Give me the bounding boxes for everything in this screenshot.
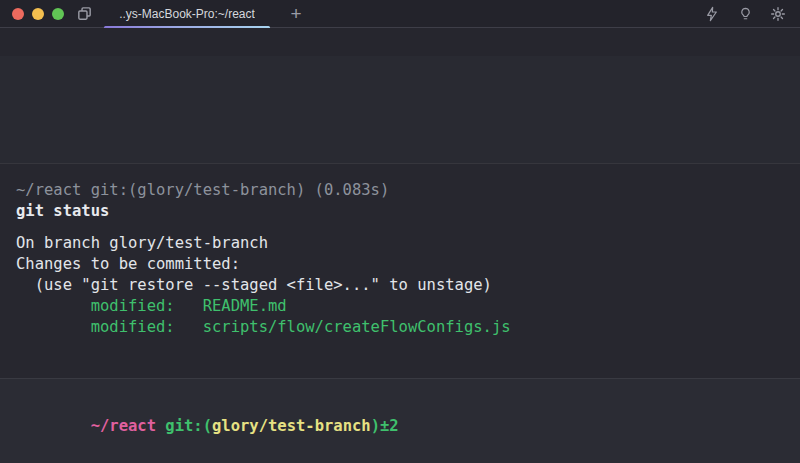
window-controls bbox=[12, 8, 64, 20]
output-line-modified-file: modified: scripts/flow/createFlowConfigs… bbox=[16, 317, 800, 338]
scrollback-block-empty-1 bbox=[0, 28, 800, 56]
shell-prompt: ~/react git:(glory/test-branch)±2 bbox=[16, 395, 800, 458]
terminal-body: ~/react git:(glory/test-branch) (0.083s)… bbox=[0, 28, 800, 463]
lightbulb-icon[interactable] bbox=[733, 2, 757, 26]
output-line: (use "git restore --staged <file>..." to… bbox=[16, 275, 800, 296]
gear-icon[interactable] bbox=[766, 2, 790, 26]
minimize-window-button[interactable] bbox=[32, 8, 44, 20]
block-prompt-summary: ~/react git:(glory/test-branch) (0.083s) bbox=[16, 180, 800, 201]
tab-active[interactable]: ..ys-MacBook-Pro:~/react bbox=[104, 0, 270, 28]
new-tab-button[interactable]: + bbox=[284, 2, 308, 26]
prompt-git-prefix: git:( bbox=[156, 417, 212, 435]
close-window-button[interactable] bbox=[12, 8, 24, 20]
prompt-git-branch: glory/test-branch bbox=[212, 417, 371, 435]
output-line: Changes to be committed: bbox=[16, 254, 800, 275]
output-line-modified-file: modified: README.md bbox=[16, 296, 800, 317]
panes-icon[interactable] bbox=[72, 2, 96, 26]
title-bar: ..ys-MacBook-Pro:~/react + bbox=[0, 0, 800, 28]
block-command-text: git status bbox=[16, 201, 800, 222]
terminal-window: ..ys-MacBook-Pro:~/react + bbox=[0, 0, 800, 463]
block-output: On branch glory/test-branch Changes to b… bbox=[16, 233, 800, 338]
command-block-git-status[interactable]: ~/react git:(glory/test-branch) (0.083s)… bbox=[0, 163, 800, 378]
scrollback-block-empty-2 bbox=[0, 56, 800, 163]
zoom-window-button[interactable] bbox=[52, 8, 64, 20]
output-line: On branch glory/test-branch bbox=[16, 233, 800, 254]
prompt-directory: ~/react bbox=[91, 417, 156, 435]
prompt-dirty-count: ±2 bbox=[380, 417, 399, 435]
title-bar-actions bbox=[700, 2, 790, 26]
tab-title: ..ys-MacBook-Pro:~/react bbox=[119, 7, 255, 21]
prompt-git-suffix: ) bbox=[371, 417, 380, 435]
lightning-bolt-icon[interactable] bbox=[700, 2, 724, 26]
current-input-block[interactable]: ~/react git:(glory/test-branch)±2 bbox=[0, 378, 800, 463]
